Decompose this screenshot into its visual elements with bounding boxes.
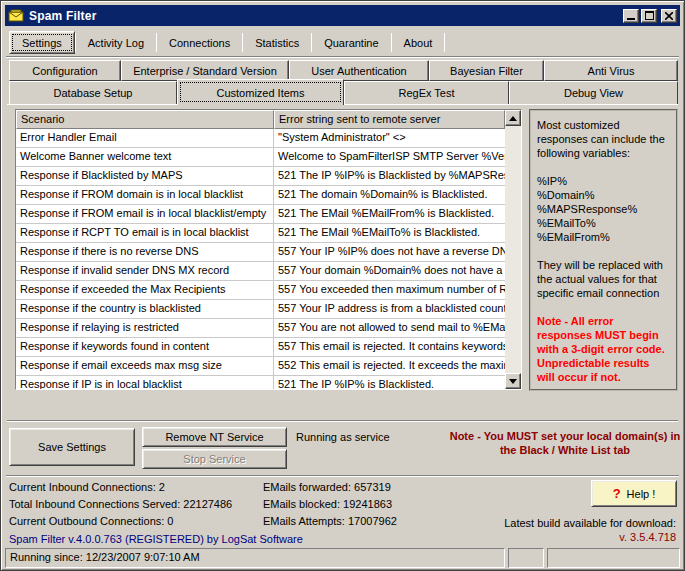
scenario-cell: Response if Blacklisted by MAPS [16, 167, 274, 185]
table-header: ScenarioError string sent to remote serv… [16, 110, 505, 129]
tab-separator [444, 33, 445, 52]
tab-anti-virus[interactable]: Anti Virus [544, 60, 678, 81]
tab-connections[interactable]: Connections [157, 31, 242, 54]
scenario-cell: Welcome Banner welcome text [16, 148, 274, 166]
arrow-down-icon [509, 379, 517, 384]
response-cell: 552 This email is rejected. It exceeds t… [274, 357, 505, 375]
variable-item: %IP% [537, 174, 670, 188]
tab-regex-test[interactable]: RegEx Test [344, 81, 509, 104]
main-tab-bar: SettingsActivity LogConnectionsStatistic… [9, 31, 445, 54]
variables-info-panel: Most customized responses can include th… [529, 109, 678, 391]
response-cell: "System Administrator" <> [274, 129, 505, 147]
latest-build-version: v. 3.5.4.718 [619, 531, 676, 543]
scenario-cell: Response if FROM domain is in local blac… [16, 186, 274, 204]
title-bar[interactable]: Spam Filter [5, 5, 680, 26]
table-row[interactable]: Response if email exceeds max msg size55… [16, 357, 505, 376]
response-cell: 557 Your IP %IP% does not have a reverse… [274, 243, 505, 261]
stop-service-button[interactable]: Stop Service [142, 449, 287, 469]
table-row[interactable]: Response if Blacklisted by MAPS521 The I… [16, 167, 505, 186]
status-bar: Running since: 12/23/2007 9:07:10 AM [5, 548, 680, 568]
save-settings-button[interactable]: Save Settings [9, 428, 135, 466]
response-cell: 521 The EMail %EMailFrom% is Blacklisted… [274, 205, 505, 223]
response-cell: 557 Your IP address is from a blackliste… [274, 300, 505, 318]
variable-item: %EMailFrom% [537, 230, 670, 244]
table-row[interactable]: Response if the country is blacklisted55… [16, 300, 505, 319]
remove-nt-service-button[interactable]: Remove NT Service [142, 427, 287, 447]
tab-bayesian-filter[interactable]: Bayesian Filter [429, 60, 544, 81]
table-row[interactable]: Response if RCPT TO email is in local bl… [16, 224, 505, 243]
column-header-scenario[interactable]: Scenario [16, 110, 274, 129]
scroll-down-button[interactable] [505, 373, 521, 389]
divider [6, 475, 679, 477]
variable-item: %EMailTo% [537, 216, 670, 230]
response-cell: 557 You exceeded then maximum number of … [274, 281, 505, 299]
settings-tab-bar-bottom: Database SetupCustomized ItemsRegEx Test… [9, 81, 678, 105]
stat-line: EMails Attempts: 17007962 [263, 515, 397, 527]
table-row[interactable]: Response if IP is in local blacklist521 … [16, 376, 505, 390]
tab-settings[interactable]: Settings [9, 31, 75, 54]
maximize-icon [645, 11, 654, 20]
window-controls [623, 9, 677, 23]
tab-activity-log[interactable]: Activity Log [76, 31, 156, 54]
divider [6, 56, 679, 58]
table-row[interactable]: Response if exceeded the Max Recipients5… [16, 281, 505, 300]
status-panel-2 [508, 548, 544, 568]
help-question-icon: ? [613, 486, 621, 501]
scenario-cell: Error Handler Email [16, 129, 274, 147]
tab-enterprise-standard-version[interactable]: Enterprise / Standard Version [121, 60, 289, 81]
table-row[interactable]: Response if relaying is restricted557 Yo… [16, 319, 505, 338]
minimize-button[interactable] [623, 9, 639, 23]
table-row[interactable]: Response if invalid sender DNS MX record… [16, 262, 505, 281]
latest-build-label: Latest build available for download: [504, 517, 676, 529]
scenario-cell: Response if invalid sender DNS MX record [16, 262, 274, 280]
tab-sheet-bottom-edge [7, 420, 678, 422]
column-header-error-string[interactable]: Error string sent to remote server [274, 110, 505, 129]
help-label: Help ! [627, 488, 656, 500]
tab-user-authentication[interactable]: User Authentication [289, 60, 429, 81]
window: Spam Filter SettingsActivity LogConnecti… [0, 0, 685, 571]
tab-customized-items[interactable]: Customized Items [177, 79, 344, 105]
tab-debug-view[interactable]: Debug View [509, 81, 678, 104]
variable-item: %MAPSResponse% [537, 202, 670, 216]
tab-about[interactable]: About [392, 31, 445, 54]
tab-configuration[interactable]: Configuration [9, 60, 121, 81]
table-row[interactable]: Welcome Banner welcome textWelcome to Sp… [16, 148, 505, 167]
scenario-cell: Response if exceeded the Max Recipients [16, 281, 274, 299]
response-cell: 557 This email is rejected. It contains … [274, 338, 505, 356]
variables-list: %IP%%Domain%%MAPSResponse%%EMailTo%%EMai… [537, 174, 670, 244]
close-icon [665, 12, 673, 20]
error-code-warning: Note - All error responses MUST begin wi… [537, 314, 670, 384]
stat-line: Total Inbound Connections Served: 221274… [9, 498, 232, 510]
response-cell: 521 The IP %IP% is Blacklisted by %MAPSR… [274, 167, 505, 185]
scenario-cell: Response if email exceeds max msg size [16, 357, 274, 375]
customized-items-table: ScenarioError string sent to remote serv… [15, 109, 522, 390]
table-row[interactable]: Response if keywords found in content557… [16, 338, 505, 357]
table-row[interactable]: Error Handler Email"System Administrator… [16, 129, 505, 148]
maximize-button[interactable] [641, 9, 657, 23]
scenario-cell: Response if relaying is restricted [16, 319, 274, 337]
response-cell: 521 The domain %Domain% is Blacklisted. [274, 186, 505, 204]
help-button[interactable]: ? Help ! [591, 480, 677, 507]
status-panel-3 [547, 548, 680, 568]
table-row[interactable]: Response if FROM domain is in local blac… [16, 186, 505, 205]
variable-item: %Domain% [537, 188, 670, 202]
domain-note-text: Note - You MUST set your local domain(s)… [447, 429, 683, 457]
scenario-cell: Response if the country is blacklisted [16, 300, 274, 318]
table-row[interactable]: Response if FROM email is in local black… [16, 205, 505, 224]
tab-quarantine[interactable]: Quarantine [312, 31, 390, 54]
info-intro: Most customized responses can include th… [537, 118, 670, 160]
minimize-icon [627, 18, 635, 20]
arrow-up-icon [509, 116, 517, 121]
tab-statistics[interactable]: Statistics [243, 31, 311, 54]
table-row[interactable]: Response if there is no reverse DNS557 Y… [16, 243, 505, 262]
tab-database-setup[interactable]: Database Setup [9, 81, 177, 104]
close-button[interactable] [661, 9, 677, 23]
app-version-link[interactable]: Spam Filter v.4.0.0.763 (REGISTERED) by … [9, 533, 303, 545]
scenario-cell: Response if IP is in local blacklist [16, 376, 274, 390]
vertical-scrollbar[interactable] [505, 110, 521, 389]
settings-tab-bar-top: ConfigurationEnterprise / Standard Versi… [9, 60, 678, 81]
stat-line: EMails blocked: 19241863 [263, 498, 392, 510]
window-title: Spam Filter [29, 9, 623, 23]
scenario-cell: Response if RCPT TO email is in local bl… [16, 224, 274, 242]
scroll-up-button[interactable] [505, 110, 521, 126]
